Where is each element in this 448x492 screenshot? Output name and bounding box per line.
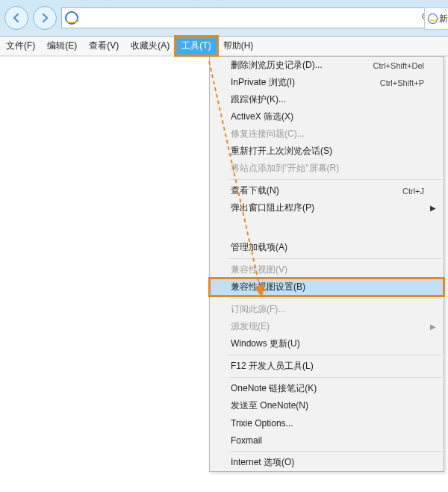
browser-tab[interactable]: 新 [424,7,448,30]
back-button[interactable] [4,6,28,30]
tools-dropdown: 删除浏览历史记录(D)... Ctrl+Shift+Del InPrivate … [209,56,444,472]
menu-fix-connection: 修复连接问题(C)... [210,125,444,143]
menu-separator [229,451,442,452]
menu-windows-update[interactable]: Windows 更新(U) [210,335,444,352]
menu-internet-options[interactable]: Internet 选项(O) [210,454,444,471]
menu-foxmail[interactable]: Foxmail [210,432,444,449]
menu-manage-addons[interactable]: 管理加载项(A) [210,239,444,256]
menu-separator [229,377,442,378]
menu-tracking-protection[interactable]: 跟踪保护(K)... [210,91,444,108]
menu-tools[interactable]: 工具(T) [175,37,217,55]
menu-popup-blocker[interactable]: 弹出窗口阻止程序(P) ▶ [210,199,444,217]
chevron-right-icon: ▶ [430,323,436,331]
menu-compat-view-settings[interactable]: 兼容性视图设置(B) [209,278,444,296]
menubar: 文件(F) 编辑(E) 查看(V) 收藏夹(A) 工具(T) 帮助(H) [0,37,448,56]
menu-add-to-start: 将站点添加到"开始"屏幕(R) [210,160,444,177]
menu-separator [229,179,442,180]
menu-favorites[interactable]: 收藏夹(A) [125,37,175,55]
menu-obscured-item[interactable] [210,217,444,239]
menu-view-downloads[interactable]: 查看下载(N) Ctrl+J [210,182,444,199]
forward-button[interactable] [33,6,57,30]
address-bar[interactable]: ▾ [61,7,444,28]
menu-help[interactable]: 帮助(H) [217,37,260,55]
menu-separator [229,355,442,355]
arrow-left-icon [11,13,22,23]
menu-view[interactable]: 查看(V) [83,37,125,55]
menu-delete-history[interactable]: 删除浏览历史记录(D)... Ctrl+Shift+Del [210,57,444,74]
menu-send-to-onenote[interactable]: 发送至 OneNote(N) [210,397,444,414]
arrow-right-icon [40,13,50,23]
menu-file[interactable]: 文件(F) [0,37,41,55]
chevron-right-icon: ▶ [430,204,436,212]
menu-trixie-options[interactable]: Trixie Options... [210,414,444,432]
tab-label: 新 [439,13,448,25]
menu-feed-discovery: 源发现(E) ▶ [210,318,444,335]
menu-reopen-session[interactable]: 重新打开上次浏览会话(S) [210,143,444,160]
menu-inprivate[interactable]: InPrivate 浏览(I) Ctrl+Shift+P [210,74,444,91]
menu-activex-filter[interactable]: ActiveX 筛选(X) [210,108,444,125]
menu-subscribe-feed: 订阅此源(F)... [210,301,444,318]
titlebar: ▾ 新 [0,0,448,37]
menu-edit[interactable]: 编辑(E) [41,37,83,55]
ie-icon [428,13,438,24]
menu-f12-devtools[interactable]: F12 开发人员工具(L) [210,358,444,375]
ie-icon [65,11,78,25]
menu-separator [229,298,442,299]
menu-separator [229,258,442,259]
menu-compat-view: 兼容性视图(V) [210,261,444,278]
menu-onenote-link[interactable]: OneNote 链接笔记(K) [210,380,444,397]
